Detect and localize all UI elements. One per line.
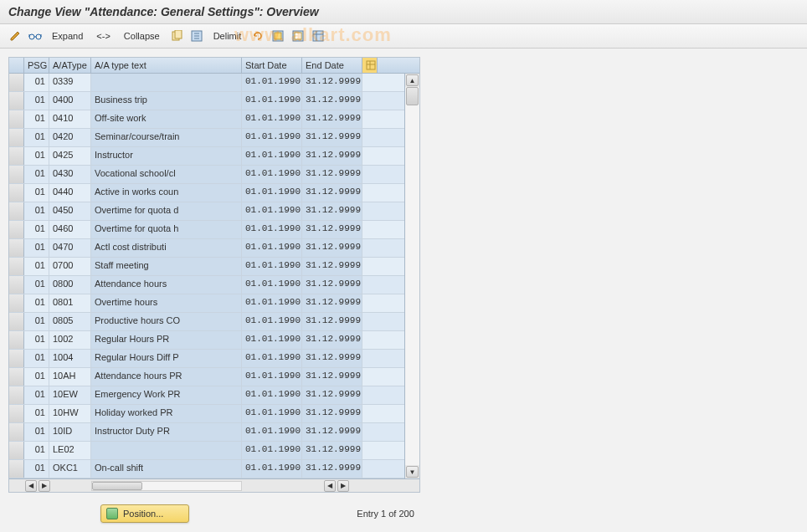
cell-start[interactable]: 01.01.1990 (242, 110, 302, 128)
cell-end[interactable]: 31.12.9999 (302, 405, 362, 422)
cell-psg[interactable]: 01 (24, 350, 49, 367)
cell-type[interactable]: 10AH (49, 368, 91, 386)
table-row[interactable]: 010800Attendance hours01.01.199031.12.99… (9, 276, 404, 294)
deselect-all-icon[interactable] (290, 28, 306, 44)
cell-type[interactable]: 0801 (49, 294, 91, 312)
cell-end[interactable]: 31.12.9999 (302, 350, 362, 367)
hscroll-left-prev-icon[interactable]: ◀ (25, 480, 37, 492)
cell-psg[interactable]: 01 (24, 460, 49, 478)
row-selector[interactable] (9, 368, 24, 386)
cell-type[interactable]: 0400 (49, 92, 91, 110)
select-all-column[interactable] (9, 58, 24, 73)
cell-end[interactable]: 31.12.9999 (302, 147, 362, 165)
cell-start[interactable]: 01.01.1990 (242, 460, 302, 478)
cell-end[interactable]: 31.12.9999 (302, 423, 362, 441)
cell-type[interactable]: 0420 (49, 129, 91, 146)
table-row[interactable]: 010420Seminar/course/train01.01.199031.1… (9, 129, 404, 147)
cell-end[interactable]: 31.12.9999 (302, 202, 362, 220)
cell-start[interactable]: 01.01.1990 (242, 423, 302, 441)
cell-type[interactable]: 0339 (49, 74, 91, 91)
cell-start[interactable]: 01.01.1990 (242, 368, 302, 386)
table-row[interactable]: 010470Actl cost distributi01.01.199031.1… (9, 239, 404, 258)
row-selector[interactable] (9, 405, 24, 422)
row-selector[interactable] (9, 313, 24, 330)
scroll-track[interactable] (405, 87, 419, 465)
cell-end[interactable]: 31.12.9999 (302, 442, 362, 459)
cell-psg[interactable]: 01 (24, 258, 49, 275)
cell-type[interactable]: OKC1 (49, 460, 91, 478)
expand-button[interactable]: Expand (47, 31, 88, 41)
scroll-down-icon[interactable]: ▼ (406, 466, 419, 478)
table-row[interactable]: 010460Overtime for quota h01.01.199031.1… (9, 221, 404, 239)
undo-icon[interactable] (249, 28, 266, 44)
row-selector[interactable] (9, 258, 24, 275)
cell-end[interactable]: 31.12.9999 (302, 239, 362, 257)
cell-end[interactable]: 31.12.9999 (302, 92, 362, 110)
cell-start[interactable]: 01.01.1990 (242, 442, 302, 459)
cell-psg[interactable]: 01 (24, 276, 49, 294)
table-row[interactable]: 0110EWEmergency Work PR01.01.199031.12.9… (9, 386, 404, 405)
copy-icon[interactable] (168, 28, 185, 44)
cell-psg[interactable]: 01 (24, 129, 49, 146)
row-selector[interactable] (9, 221, 24, 238)
row-selector[interactable] (9, 386, 24, 404)
cell-start[interactable]: 01.01.1990 (242, 74, 302, 91)
new-entries-icon[interactable] (188, 28, 205, 44)
table-row[interactable]: 010400Business trip01.01.199031.12.9999 (9, 92, 404, 110)
cell-start[interactable]: 01.01.1990 (242, 350, 302, 367)
cell-start[interactable]: 01.01.1990 (242, 184, 302, 202)
row-selector[interactable] (9, 184, 24, 202)
table-settings-icon[interactable] (310, 28, 326, 44)
cell-type[interactable]: 0460 (49, 221, 91, 238)
table-row[interactable]: 0110AHAttendance hours PR01.01.199031.12… (9, 368, 404, 386)
hscroll-text[interactable] (91, 479, 242, 492)
cell-type[interactable]: 10HW (49, 405, 91, 422)
row-selector[interactable] (9, 166, 24, 183)
cell-psg[interactable]: 01 (24, 110, 49, 128)
cell-type[interactable]: 0700 (49, 258, 91, 275)
configure-columns-icon[interactable] (362, 58, 378, 73)
cell-start[interactable]: 01.01.1990 (242, 166, 302, 183)
cell-psg[interactable]: 01 (24, 368, 49, 386)
cell-psg[interactable]: 01 (24, 331, 49, 349)
cell-end[interactable]: 31.12.9999 (302, 110, 362, 128)
hscroll-left-next-icon[interactable]: ▶ (39, 480, 50, 492)
table-row[interactable]: 01033901.01.199031.12.9999 (9, 74, 404, 92)
delimit-button[interactable]: Delimit (208, 31, 247, 41)
cell-type[interactable]: LE02 (49, 442, 91, 459)
column-psg[interactable]: PSG (24, 58, 49, 73)
cell-end[interactable]: 31.12.9999 (302, 166, 362, 183)
table-row[interactable]: 01OKC1On-call shift01.01.199031.12.9999 (9, 460, 404, 478)
table-row[interactable]: 01LE0201.01.199031.12.9999 (9, 442, 404, 460)
hscroll-left[interactable]: ◀ ▶ (24, 479, 91, 492)
cell-psg[interactable]: 01 (24, 442, 49, 459)
cell-psg[interactable]: 01 (24, 239, 49, 257)
cell-type[interactable]: 0440 (49, 184, 91, 202)
cell-type[interactable]: 0470 (49, 239, 91, 257)
cell-psg[interactable]: 01 (24, 294, 49, 312)
table-row[interactable]: 010450Overtime for quota d01.01.199031.1… (9, 202, 404, 221)
cell-end[interactable]: 31.12.9999 (302, 184, 362, 202)
cell-end[interactable]: 31.12.9999 (302, 221, 362, 238)
cell-end[interactable]: 31.12.9999 (302, 276, 362, 294)
cell-type[interactable]: 10EW (49, 386, 91, 404)
hscroll-right[interactable]: ◀ ▶ (323, 479, 404, 492)
select-all-icon[interactable] (270, 28, 286, 44)
cell-psg[interactable]: 01 (24, 405, 49, 422)
collapse-button[interactable]: Collapse (119, 31, 165, 41)
cell-start[interactable]: 01.01.1990 (242, 202, 302, 220)
cell-psg[interactable]: 01 (24, 92, 49, 110)
cell-start[interactable]: 01.01.1990 (242, 129, 302, 146)
position-button[interactable]: Position... (100, 504, 189, 523)
table-row[interactable]: 010700Staff meeting01.01.199031.12.9999 (9, 258, 404, 276)
cell-start[interactable]: 01.01.1990 (242, 276, 302, 294)
cell-psg[interactable]: 01 (24, 147, 49, 165)
glasses-icon[interactable] (27, 28, 44, 44)
row-selector[interactable] (9, 129, 24, 146)
row-selector[interactable] (9, 239, 24, 257)
cell-end[interactable]: 31.12.9999 (302, 460, 362, 478)
scroll-thumb[interactable] (406, 87, 419, 105)
cell-end[interactable]: 31.12.9999 (302, 313, 362, 330)
change-icon[interactable] (7, 28, 23, 44)
column-text[interactable]: A/A type text (91, 58, 242, 73)
